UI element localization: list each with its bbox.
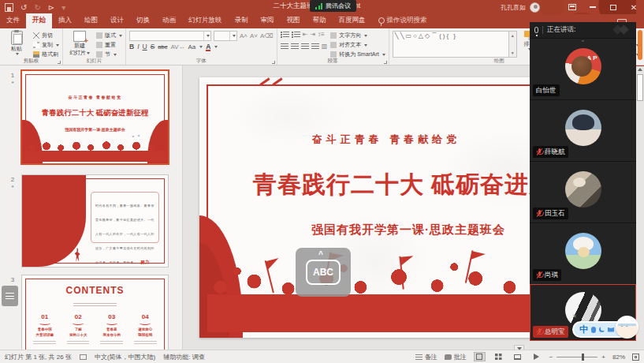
save-icon[interactable]	[5, 3, 13, 12]
slideshow-icon[interactable]: ⊳	[48, 3, 54, 12]
slide-count-status[interactable]: 幻灯片 第 1 张, 共 26 张	[5, 353, 72, 361]
language-status[interactable]: 中文(简体，中国大陆)	[95, 353, 155, 361]
shrink-font-icon[interactable]: A˅	[250, 32, 258, 39]
comments-button[interactable]: 批注	[445, 353, 467, 361]
tab-review[interactable]: 审阅	[255, 13, 281, 28]
align-center-icon[interactable]	[291, 43, 299, 50]
zoom-in-button[interactable]: +	[601, 354, 605, 361]
cut-button[interactable]: 剪切	[33, 32, 59, 39]
tab-transitions[interactable]: 切换	[130, 13, 156, 28]
slideshow-view-button[interactable]	[530, 352, 542, 361]
tab-draw[interactable]: 绘图	[78, 13, 104, 28]
tab-insert[interactable]: 插入	[52, 13, 78, 28]
tab-animations[interactable]: 动画	[156, 13, 182, 28]
clear-format-icon[interactable]: A⌫	[260, 32, 274, 39]
underline-button[interactable]: U	[143, 43, 147, 51]
thumbnail-slide-2[interactable]: 2 * 时代各有不同，青春一脉相承。青春孕育无限希望，青年创造美好明天。一代人有…	[22, 175, 168, 267]
grow-font-icon[interactable]: A˄	[240, 32, 248, 39]
participant-tile-2[interactable]: 薛晓航	[530, 99, 636, 161]
indent-decrease-icon[interactable]: ⇤	[303, 31, 308, 38]
ribbon-display-options-button[interactable]	[562, 0, 583, 14]
slide-sorter-view-button[interactable]	[493, 352, 504, 361]
shadow-strike-button[interactable]: S	[151, 43, 155, 51]
vertical-scrollbar-thumb[interactable]	[637, 74, 643, 101]
close-icon[interactable]: ✕	[572, 313, 577, 320]
bullets-icon[interactable]	[281, 32, 289, 38]
participant-tile-1[interactable]: ⌃ A P 白怡世	[530, 38, 636, 99]
reset-button[interactable]: 重置	[96, 41, 122, 49]
clipboard-dialog-launcher[interactable]	[58, 61, 61, 64]
account-name[interactable]: 孔孔喜如	[501, 3, 526, 12]
participant-tile-3[interactable]: 田玉石	[530, 161, 636, 223]
font-name-combobox[interactable]	[129, 31, 211, 41]
thumbnail-slide-3[interactable]: 3 * CONTENTS 01 青春中国 共青团团徽 02	[22, 275, 168, 350]
scroll-up-arrow-icon[interactable]	[638, 68, 642, 71]
normal-view-button[interactable]	[474, 352, 486, 361]
tab-slideshow[interactable]: 幻灯片放映	[182, 13, 229, 28]
new-slide-button[interactable]: 新建 幻灯片	[66, 31, 93, 58]
columns-icon[interactable]: ▥	[322, 43, 328, 50]
font-dialog-launcher[interactable]	[272, 61, 275, 64]
account-avatar[interactable]	[530, 2, 540, 13]
strikethrough-button[interactable]: abc	[158, 43, 167, 51]
shapes-gallery-scrollbar[interactable]: ▲▼	[509, 31, 517, 58]
italic-button[interactable]: I	[137, 43, 139, 51]
char-spacing-icon[interactable]: AV↔	[170, 43, 184, 51]
fit-to-window-button[interactable]	[632, 354, 639, 361]
meeting-panel[interactable]: 正在讲话: ⌃ A P 白怡世 薛晓航 田玉石	[530, 22, 636, 341]
tab-help[interactable]: 帮助	[307, 13, 333, 28]
thumbnail-slide-1[interactable]: 1 * 奋斗正青春 青春献给党 青春践行二十大 砥砺奋进新征程 强国有我开学第一…	[22, 71, 168, 163]
numbering-icon[interactable]	[292, 32, 300, 38]
meeting-overlay-badge[interactable]: 腾讯会议	[310, 0, 356, 12]
tab-view[interactable]: 视图	[281, 13, 307, 28]
close-button[interactable]: ✕	[624, 0, 644, 14]
zoom-out-button[interactable]: −	[549, 354, 553, 361]
paragraph-dialog-launcher[interactable]	[384, 61, 387, 64]
thumbnail-panel-handle[interactable]	[2, 286, 18, 306]
scrollbar-indicator[interactable]	[638, 30, 642, 60]
slide-2-preview[interactable]: 时代各有不同，青春一脉相承。青春孕育无限希望，青年创造美好明天。一代人有一代人的…	[22, 175, 168, 267]
align-text-button[interactable]: 对齐文本	[330, 41, 385, 49]
ime-mascot[interactable]	[616, 316, 638, 339]
ime-mode-button[interactable]: 中	[579, 324, 588, 335]
tab-file[interactable]: 文件	[0, 13, 26, 28]
ime-floating-bar[interactable]: ✕ 中	[572, 319, 635, 340]
tab-record[interactable]: 录制	[229, 13, 255, 28]
reading-view-button[interactable]	[512, 352, 523, 361]
shapes-gallery-grid[interactable]: ╲╲▭○△◇⌒(){ }	[393, 31, 509, 58]
minimize-button[interactable]	[583, 0, 603, 14]
indent-increase-icon[interactable]: ⇥	[310, 31, 315, 38]
tell-me-search[interactable]: 操作说明搜索	[372, 13, 434, 28]
slide-eyebrow-text[interactable]: 奋斗正青春 青春献给党	[199, 133, 573, 147]
zoom-slider[interactable]	[557, 357, 597, 357]
tab-design[interactable]: 设计	[104, 13, 130, 28]
align-right-icon[interactable]	[301, 43, 309, 50]
qat-customize-icon[interactable]: ▾	[61, 3, 65, 12]
undo-icon[interactable]: ↺	[20, 3, 27, 12]
tab-home[interactable]: 开始	[26, 13, 52, 28]
copy-button[interactable]: 复制	[33, 41, 59, 49]
bold-button[interactable]: B	[129, 43, 134, 51]
justify-icon[interactable]	[311, 43, 319, 50]
notes-button[interactable]: 备注	[415, 353, 437, 361]
text-direction-button[interactable]: 文字方向	[330, 32, 385, 39]
paste-button[interactable]: 粘贴	[3, 31, 30, 58]
accessibility-status[interactable]: 辅助功能: 调查	[163, 353, 204, 361]
skin-icon[interactable]	[608, 327, 614, 332]
voice-input-icon[interactable]	[591, 327, 596, 333]
align-left-icon[interactable]	[281, 43, 288, 50]
collapse-panel-icon[interactable]: ⌃	[581, 39, 586, 46]
font-color-button[interactable]: A	[206, 43, 210, 51]
participant-tile-4[interactable]: 尚琪	[530, 223, 636, 284]
layout-button[interactable]: 版式	[96, 32, 122, 39]
font-size-combobox[interactable]	[214, 31, 237, 41]
change-case-button[interactable]: Aa	[188, 43, 196, 51]
redo-icon[interactable]: ↻	[34, 3, 40, 12]
moon-icon[interactable]	[599, 327, 605, 332]
zoom-slider-thumb[interactable]	[582, 354, 584, 361]
tab-baidu-netdisk[interactable]: 百度网盘	[333, 13, 372, 28]
slide-1-preview[interactable]: 奋斗正青春 青春献给党 青春践行二十大 砥砺奋进新征程 强国有我开学第一课·思政…	[22, 71, 168, 163]
restore-button[interactable]	[603, 0, 624, 14]
shapes-gallery[interactable]: ╲╲▭○△◇⌒(){ } ▲▼	[393, 31, 517, 58]
line-spacing-icon[interactable]: ↕≡	[318, 31, 325, 38]
